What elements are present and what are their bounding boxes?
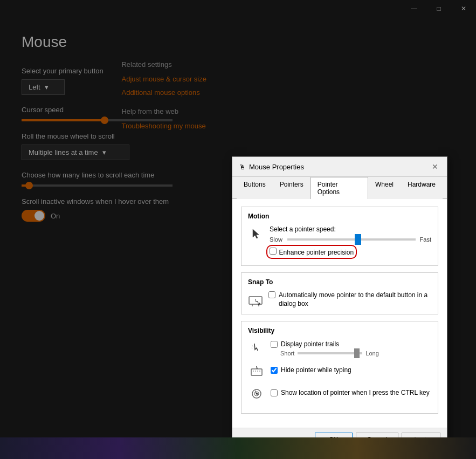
trails-thumb[interactable] <box>354 348 360 358</box>
dialog-body: Motion Select a pointer speed: Slow <box>232 199 447 428</box>
mouse-icon: 🖱 <box>239 163 246 171</box>
speed-label: Select a pointer speed: <box>270 225 431 233</box>
taskbar <box>0 437 476 459</box>
svg-rect-3 <box>251 369 262 375</box>
pointer-trails-icon <box>248 340 265 357</box>
dialog-titlebar: 🖱 Mouse Properties ✕ <box>232 157 447 177</box>
long-label: Long <box>365 350 378 357</box>
motion-section: Motion Select a pointer speed: Slow <box>241 207 438 266</box>
speed-track[interactable] <box>287 238 416 241</box>
trails-slider[interactable] <box>298 352 362 354</box>
display-trails-checkbox-row: Display pointer trails <box>271 340 431 348</box>
tab-pointer-options[interactable]: Pointer Options <box>311 177 368 199</box>
mouse-properties-dialog: 🖱 Mouse Properties ✕ Buttons Pointers Po… <box>232 156 447 451</box>
show-location-icon <box>248 385 265 402</box>
dialog-tabs: Buttons Pointers Pointer Options Wheel H… <box>232 177 447 199</box>
pointer-trails-row: Display pointer trails Short Long <box>248 340 431 357</box>
enhance-precision-container: Enhance pointer precision <box>270 247 354 257</box>
snap-to-section: Snap To Automatically move pointer to th… <box>241 272 438 314</box>
tab-hardware[interactable]: Hardware <box>401 177 443 199</box>
display-trails-checkbox[interactable] <box>271 341 278 348</box>
show-location-row: Show location of pointer when I press th… <box>248 385 431 402</box>
slow-label: Slow <box>270 236 283 243</box>
motion-header: Motion <box>248 213 431 220</box>
snap-to-content: Automatically move pointer to the defaul… <box>248 291 431 309</box>
tab-pointers[interactable]: Pointers <box>273 177 311 199</box>
motion-cursor-icon <box>248 225 265 243</box>
show-location-label[interactable]: Show location of pointer when I press th… <box>281 389 430 396</box>
snap-to-text-area: Automatically move pointer to the defaul… <box>268 291 431 308</box>
hide-typing-checkbox[interactable] <box>271 367 278 374</box>
speed-fill <box>287 238 358 241</box>
enhance-precision-checkbox[interactable] <box>270 248 277 255</box>
display-trails-label[interactable]: Display pointer trails <box>281 340 339 348</box>
show-location-checkbox-row: Show location of pointer when I press th… <box>271 389 431 396</box>
short-label: Short <box>280 350 294 357</box>
dialog-close-button[interactable]: ✕ <box>430 161 440 172</box>
snap-to-label[interactable]: Automatically move pointer to the defaul… <box>279 291 431 308</box>
visibility-section: Visibility Display pointer trails <box>241 321 438 414</box>
trails-track-container: Short Long <box>280 350 431 357</box>
snap-to-header: Snap To <box>248 278 431 286</box>
show-location-checkbox[interactable] <box>271 389 278 396</box>
fast-label: Fast <box>420 236 431 243</box>
pointer-trails-content: Display pointer trails Short Long <box>271 340 431 357</box>
hide-typing-row: Hide pointer while typing <box>248 362 431 380</box>
visibility-header: Visibility <box>248 327 431 334</box>
enhance-precision-row: Enhance pointer precision <box>270 247 431 257</box>
tab-buttons[interactable]: Buttons <box>237 177 273 199</box>
hide-typing-label[interactable]: Hide pointer while typing <box>281 366 351 374</box>
hide-typing-icon <box>248 362 265 380</box>
snap-to-checkbox[interactable] <box>268 291 275 298</box>
tab-wheel[interactable]: Wheel <box>368 177 401 199</box>
enhance-precision-label[interactable]: Enhance pointer precision <box>279 249 354 256</box>
dialog-title-text: 🖱 Mouse Properties <box>239 163 304 171</box>
snap-to-icon <box>248 291 263 309</box>
hide-typing-checkbox-row: Hide pointer while typing <box>271 366 431 374</box>
speed-thumb[interactable] <box>355 234 361 245</box>
hide-typing-content: Hide pointer while typing <box>271 366 431 376</box>
show-location-content: Show location of pointer when I press th… <box>271 389 431 399</box>
